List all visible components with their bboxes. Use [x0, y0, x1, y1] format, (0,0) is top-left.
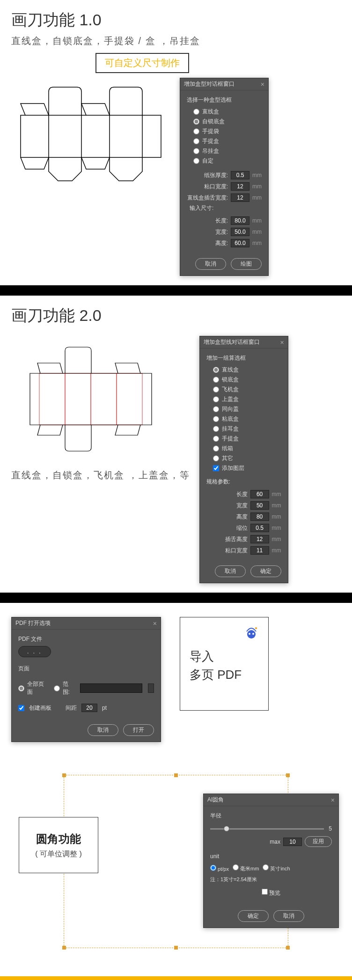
cancel-button[interactable]: 取消 — [215, 565, 246, 577]
unit-inch-label: 英寸inch — [270, 866, 290, 871]
import-line2: 多页 PDF — [190, 666, 259, 684]
box-type-radio[interactable] — [213, 445, 219, 452]
apply-button[interactable]: 应用 — [305, 836, 332, 847]
box-type-radio[interactable] — [193, 109, 199, 115]
field-input[interactable]: 0.5 — [250, 524, 269, 532]
box-type-radio[interactable] — [193, 128, 199, 134]
field-input[interactable]: 50 — [250, 501, 269, 510]
box-type-radio-row[interactable]: 自锁底盒 — [187, 117, 262, 126]
range-input[interactable] — [80, 683, 142, 693]
field-input[interactable]: 12 — [231, 193, 249, 202]
range-radio-row[interactable]: 范围: — [54, 679, 74, 697]
box-type-radio-row[interactable]: 纸箱 — [206, 444, 281, 453]
unit-inch-radio[interactable] — [263, 864, 269, 870]
unit-mm-row[interactable]: 毫米mm — [233, 864, 259, 872]
all-pages-radio[interactable] — [18, 685, 24, 691]
field-input[interactable]: 60 — [250, 490, 269, 498]
box-type-radio-row[interactable]: 其它 — [206, 453, 281, 463]
box-type-radio-row[interactable]: 粘底盒 — [206, 414, 281, 424]
box-type-radio-row[interactable]: 手提盒 — [206, 434, 281, 444]
box-type-radio-row[interactable]: 手提袋 — [187, 126, 262, 136]
box-type-radio-row[interactable]: 直线盒 — [206, 365, 281, 375]
box-type-radio[interactable] — [193, 158, 199, 164]
close-icon[interactable]: × — [280, 339, 284, 346]
cancel-button[interactable]: 取消 — [88, 724, 118, 736]
artboard-handle[interactable] — [174, 946, 178, 950]
box-template-1-svg — [11, 78, 170, 186]
artboard-handle[interactable] — [286, 773, 290, 777]
add-layer-checkbox-row[interactable]: 添加图层 — [206, 463, 281, 473]
gap-value-input[interactable]: 20 — [81, 704, 97, 712]
radius-slider[interactable] — [210, 828, 324, 830]
close-icon[interactable]: × — [261, 81, 264, 88]
ai-round-dialog: AI圆角 × 半径 5 max 10 应用 unit pt/px 毫米mm 英寸… — [203, 794, 339, 928]
box-type-radio[interactable] — [193, 119, 199, 125]
open-button[interactable]: 打开 — [123, 724, 154, 736]
field-unit: mm — [252, 217, 262, 224]
create-artboard-checkbox[interactable] — [18, 705, 24, 711]
slider-thumb[interactable] — [224, 826, 229, 832]
preview-checkbox-row[interactable]: 预览 — [262, 890, 280, 896]
box-type-radio-row[interactable]: 上盖盒 — [206, 394, 281, 404]
ok-button[interactable]: 确定 — [250, 565, 281, 577]
box-type-label: 同向盖 — [222, 405, 239, 413]
box-type-radio[interactable] — [213, 396, 219, 402]
field-input[interactable]: 0.5 — [231, 171, 249, 179]
box-type-radio[interactable] — [213, 436, 219, 442]
add-layer-label: 添加图层 — [222, 464, 244, 472]
svg-point-0 — [247, 630, 256, 638]
artboard-handle[interactable] — [286, 946, 290, 950]
field-label: 插舌高度 — [206, 535, 248, 543]
field-label: 粘口宽度 — [206, 547, 248, 555]
all-pages-radio-row[interactable]: 全部页面 — [18, 679, 48, 697]
box-type-radio-row[interactable]: 飞机盒 — [206, 385, 281, 394]
close-icon[interactable]: × — [331, 796, 335, 804]
unit-ptpx-radio[interactable] — [210, 865, 216, 871]
box-type-radio[interactable] — [213, 367, 219, 373]
artboard-handle[interactable] — [174, 773, 178, 777]
box-type-radio-row[interactable]: 锁底盒 — [206, 375, 281, 385]
unit-mm-radio[interactable] — [233, 864, 239, 870]
ok-button[interactable]: 确定 — [238, 910, 269, 922]
artboard-handle[interactable] — [62, 773, 66, 777]
box-type-radio[interactable] — [193, 138, 199, 144]
box-type-radio[interactable] — [213, 386, 219, 393]
cancel-button[interactable]: 取消 — [195, 258, 226, 270]
box-type-label: 吊挂盒 — [202, 147, 219, 155]
box-type-radio[interactable] — [213, 416, 219, 422]
box-type-radio[interactable] — [213, 455, 219, 461]
unit-ptpx-row[interactable]: pt/px — [210, 865, 229, 872]
field-input[interactable]: 12 — [231, 182, 249, 191]
box-type-radio-row[interactable]: 同向盖 — [206, 404, 281, 414]
box-type-radio-row[interactable]: 手提盒 — [187, 136, 262, 146]
draw-button[interactable]: 绘图 — [231, 258, 262, 270]
pdf-file-browse[interactable]: . . . — [18, 646, 51, 657]
box-type-radio-row[interactable]: 直线盒 — [187, 107, 262, 117]
box-type-radio-row[interactable]: 挂耳盒 — [206, 424, 281, 434]
unit-inch-row[interactable]: 英寸inch — [263, 864, 290, 872]
box-type-radio-row[interactable]: 自定 — [187, 156, 262, 166]
artboard-handle[interactable] — [62, 946, 66, 950]
box-type-radio[interactable] — [213, 406, 219, 412]
field-input[interactable]: 60.0 — [231, 239, 249, 247]
field-input[interactable]: 50.0 — [231, 228, 249, 236]
range-spinner[interactable] — [148, 683, 154, 693]
close-icon[interactable]: × — [153, 620, 157, 627]
field-input[interactable]: 80.0 — [231, 216, 249, 225]
max-input[interactable]: 10 — [283, 838, 302, 846]
range-radio[interactable] — [54, 685, 60, 691]
preview-checkbox[interactable] — [262, 889, 268, 895]
svg-point-2 — [252, 633, 254, 635]
cancel-button[interactable]: 取消 — [273, 910, 304, 922]
input-size-header: 输入尺寸: — [187, 204, 262, 212]
add-layer-checkbox[interactable] — [213, 465, 219, 471]
box-type-radio-row[interactable]: 吊挂盒 — [187, 146, 262, 156]
field-input[interactable]: 80 — [250, 512, 269, 521]
box-type-radio[interactable] — [193, 148, 199, 154]
box-type-label: 自定 — [202, 157, 213, 165]
box-type-radio[interactable] — [213, 377, 219, 383]
divider-bar — [0, 593, 352, 603]
field-input[interactable]: 12 — [250, 535, 269, 543]
field-input[interactable]: 11 — [250, 546, 269, 555]
box-type-radio[interactable] — [213, 426, 219, 432]
